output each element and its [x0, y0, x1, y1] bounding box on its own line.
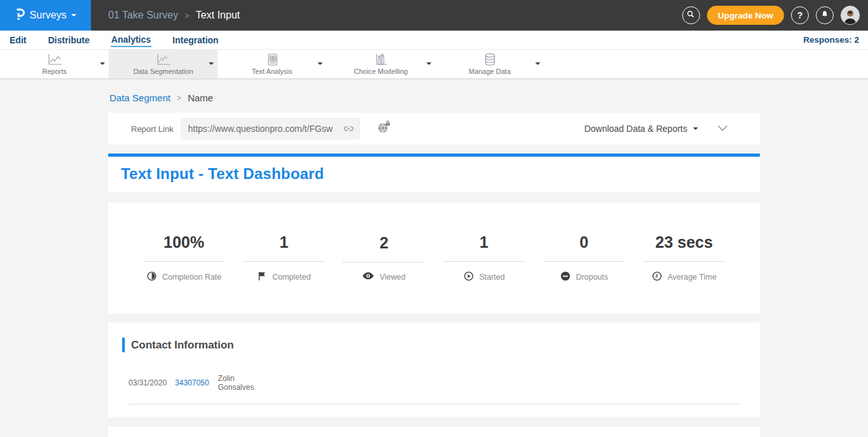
segmentation-chart-icon [156, 54, 171, 66]
surveys-product-menu[interactable]: Surveys [0, 0, 91, 31]
chevron-down-icon [318, 62, 323, 68]
contact-information-card: Contact Information 03/31/2020 34307050 … [108, 322, 760, 417]
search-button[interactable] [682, 6, 700, 24]
breadcrumb-survey-link[interactable]: 01 Take Survey [108, 10, 178, 21]
database-icon [483, 53, 497, 66]
breadcrumb-current-page: Text Input [196, 10, 240, 21]
stat-dropouts: 0 Dropouts [536, 233, 632, 283]
toolbar-item-choice-modelling[interactable]: Choice Modelling [326, 50, 435, 78]
stat-value: 0 [536, 233, 632, 252]
analytics-toolbar: Reports Data Segmentation Text Analysis [0, 49, 868, 79]
section-title: Contact Information [131, 339, 234, 352]
play-circle-icon [463, 271, 474, 283]
contact-row: 03/31/2020 34307050 Zolin Gonsalves [129, 374, 741, 392]
stat-value: 1 [437, 233, 532, 252]
chevron-down-icon [426, 62, 431, 68]
stat-label: Viewed [379, 273, 405, 282]
search-icon [686, 10, 696, 21]
row-divider [127, 404, 741, 405]
response-id-link[interactable]: 34307050 [175, 378, 209, 387]
stat-average-time: 23 secs Average Time [636, 233, 732, 283]
stat-label: Dropouts [576, 273, 608, 282]
download-data-reports-dropdown[interactable]: Download Data & Reports [584, 124, 698, 134]
chevron-down-icon [693, 127, 698, 133]
stat-completed: 1 Completed [236, 233, 332, 283]
respondent-first-name: Zolin [218, 374, 234, 383]
stat-value: 23 secs [636, 233, 732, 252]
header-actions: Upgrade Now ? [682, 6, 868, 25]
minus-circle-icon [560, 271, 571, 283]
help-button[interactable]: ? [791, 6, 809, 24]
stat-value: 2 [336, 234, 431, 252]
stat-value: 100% [136, 233, 232, 252]
stat-viewed: 2 Viewed [336, 234, 431, 282]
toolbar-item-text-analysis[interactable]: Text Analysis [218, 50, 326, 78]
report-link-input[interactable] [181, 118, 360, 140]
chevron-down-icon [100, 62, 105, 68]
report-link-bar: Report Link [108, 113, 760, 145]
top-header: Surveys 01 Take Survey > Text Input Upgr… [0, 0, 868, 31]
stat-label: Started [479, 273, 505, 282]
clock-icon [652, 271, 662, 283]
toolbar-item-label: Data Segmentation [133, 68, 193, 75]
upgrade-now-button[interactable]: Upgrade Now [707, 6, 784, 25]
user-avatar[interactable] [841, 6, 860, 25]
respondent-name: Zolin Gonsalves [218, 374, 254, 392]
questionpro-logo-icon [15, 8, 25, 24]
stat-label: Completed [272, 273, 311, 282]
chevron-down-icon [535, 62, 540, 68]
flag-icon [257, 271, 267, 283]
line-chart-icon [47, 54, 62, 66]
toolbar-item-data-segmentation[interactable]: Data Segmentation [109, 50, 218, 78]
chevron-down-icon [209, 62, 214, 68]
question-mark-icon: ? [797, 10, 803, 20]
product-label: Surveys [30, 10, 67, 21]
toolbar-item-manage-data[interactable]: Manage Data [435, 50, 544, 78]
toolbar-item-label: Text Analysis [252, 68, 293, 75]
stat-label: Completion Rate [162, 273, 221, 282]
tab-edit[interactable]: Edit [9, 34, 27, 47]
dashboard-title: Text Input - Text Dashboard [121, 165, 747, 183]
dashboard-title-card: Text Input - Text Dashboard [108, 154, 760, 192]
response-date: 03/31/2020 [129, 378, 167, 387]
collapse-chevron-icon[interactable] [717, 123, 728, 134]
tab-analytics[interactable]: Analytics [111, 33, 151, 47]
respondent-last-name: Gonsalves [218, 383, 254, 392]
toolbar-item-label: Reports [42, 68, 67, 75]
survey-subnav: Edit Distribute Analytics Integration Re… [0, 31, 868, 49]
link-icon[interactable] [342, 122, 355, 138]
globe-lock-icon[interactable] [377, 120, 391, 137]
text-document-icon [266, 53, 279, 66]
completion-rate-icon [146, 271, 157, 283]
breadcrumb-separator: > [185, 11, 190, 20]
stat-completion-rate: 100% Completion Rate [136, 233, 232, 283]
toolbar-item-label: Choice Modelling [354, 68, 407, 75]
bell-icon [820, 10, 829, 21]
breadcrumb-data-segment-link[interactable]: Data Segment [109, 92, 171, 103]
responses-count[interactable]: Responses: 2 [803, 35, 859, 45]
stat-value: 1 [236, 233, 332, 252]
stat-started: 1 Started [437, 233, 532, 283]
tab-distribute[interactable]: Distribute [47, 34, 90, 47]
chevron-down-icon [71, 14, 76, 19]
report-link-label: Report Link [131, 124, 173, 134]
breadcrumb-current: Name [188, 92, 213, 103]
eye-icon [362, 271, 374, 282]
notifications-button[interactable] [816, 6, 834, 24]
toolbar-item-label: Manage Data [468, 68, 510, 75]
toolbar-item-reports[interactable]: Reports [0, 50, 109, 78]
breadcrumb: 01 Take Survey > Text Input [108, 10, 240, 21]
segment-breadcrumb: Data Segment > Name [109, 92, 760, 103]
survey-stats-card: 100% Completion Rate 1 [108, 203, 760, 313]
breadcrumb-separator: > [177, 94, 181, 103]
next-section-card [108, 427, 760, 437]
stat-label: Average Time [668, 273, 717, 282]
section-accent-bar [122, 338, 125, 352]
scatter-chart-icon [374, 54, 389, 66]
tab-integration[interactable]: Integration [172, 34, 219, 47]
page-content: Data Segment > Name Report Link [0, 79, 868, 437]
download-data-reports-label: Download Data & Reports [584, 124, 687, 134]
